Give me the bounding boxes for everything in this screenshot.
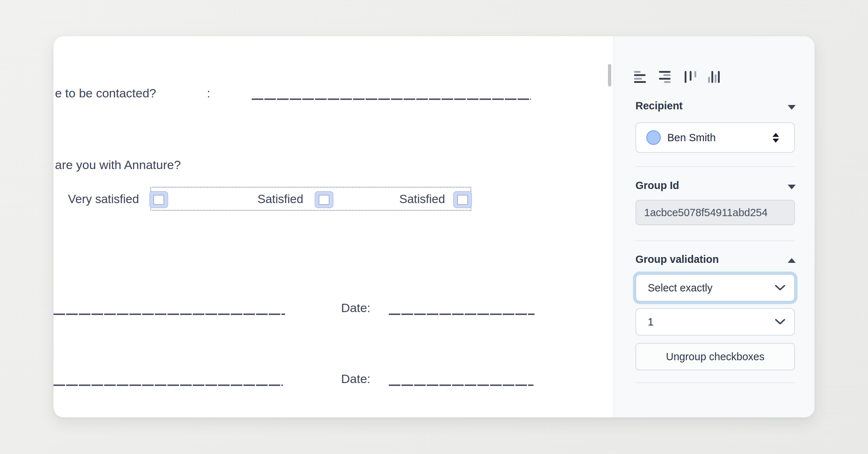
date-label: Date: — [341, 301, 370, 315]
chevron-down-icon — [775, 319, 786, 325]
checkbox-option-label: Very satisfied — [68, 192, 139, 206]
section-divider — [635, 382, 795, 383]
checkbox-option-label: Satisfied — [258, 192, 303, 206]
checkbox-field[interactable] — [149, 191, 168, 208]
group-id-input[interactable]: 1acbce5078f54911abd254 — [635, 200, 795, 225]
collapse-chevron-up-icon[interactable] — [788, 258, 796, 263]
validation-count-select[interactable]: 1 — [635, 308, 795, 336]
text-entry-line — [252, 98, 531, 100]
recipient-select[interactable]: Ben Smith — [635, 122, 795, 153]
checkbox-field[interactable] — [453, 191, 472, 208]
signature-line — [54, 384, 283, 386]
checkbox-option-label: Satisfied — [399, 192, 445, 206]
recipient-section-label: Recipient — [635, 100, 683, 112]
checkbox-field[interactable] — [315, 191, 333, 208]
date-line — [389, 384, 533, 386]
align-left-icon[interactable] — [634, 71, 646, 83]
validation-rule-select[interactable]: Select exactly — [635, 274, 795, 302]
group-id-section-label: Group Id — [635, 180, 679, 192]
checkbox-inner — [319, 195, 329, 205]
vertical-scrollbar-thumb[interactable] — [608, 64, 611, 87]
select-updown-icon — [773, 133, 779, 143]
date-label: Date: — [341, 372, 370, 386]
document-text-fragment: e to be contacted? — [55, 86, 156, 100]
align-right-icon[interactable] — [659, 71, 671, 83]
date-line — [389, 314, 535, 315]
group-validation-section-label: Group validation — [635, 253, 719, 265]
collapse-chevron-icon[interactable] — [788, 185, 796, 189]
recipient-avatar — [646, 130, 661, 145]
document-question: are you with Annature? — [55, 158, 181, 172]
align-bottom-icon[interactable] — [708, 71, 720, 83]
validation-rule-value: Select exactly — [648, 282, 775, 294]
chevron-down-icon — [775, 285, 786, 291]
ungroup-checkboxes-button[interactable]: Ungroup checkboxes — [635, 343, 795, 370]
checkbox-inner — [457, 195, 468, 205]
section-divider — [635, 166, 795, 167]
signature-line — [54, 314, 285, 315]
checkbox-inner — [153, 195, 164, 205]
editor-card: e to be contacted? : are you with Annatu… — [54, 36, 814, 417]
recipient-name: Ben Smith — [667, 132, 773, 144]
section-divider — [635, 240, 795, 241]
document-colon: : — [207, 86, 210, 100]
validation-count-value: 1 — [648, 316, 775, 328]
collapse-chevron-icon[interactable] — [788, 105, 796, 110]
align-top-icon[interactable] — [685, 71, 696, 83]
